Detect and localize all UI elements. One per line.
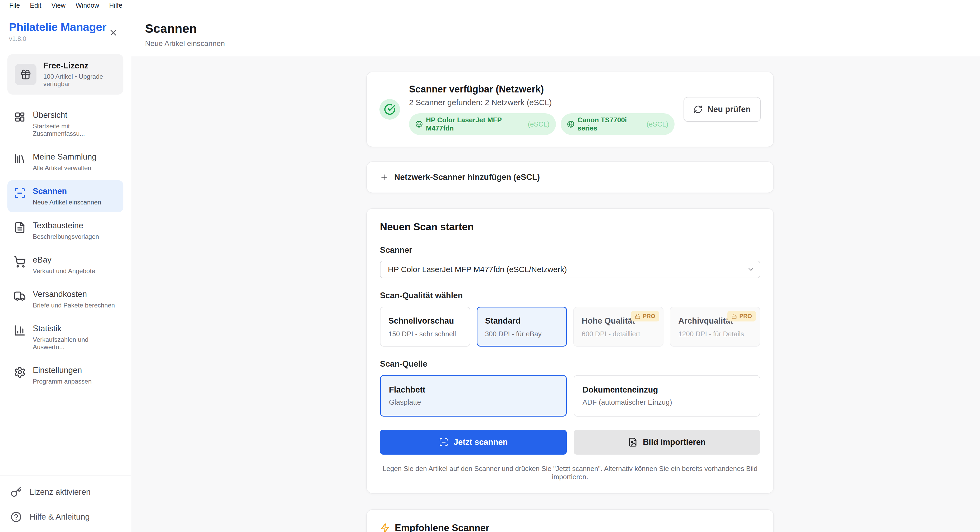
lock-icon: [731, 314, 737, 319]
close-sidebar-button[interactable]: [108, 27, 119, 38]
sidebar-item-label: Übersicht: [33, 110, 117, 120]
sidebar: Philatelie Manager v1.8.0 Free-Lizenz 10…: [0, 11, 131, 532]
library-icon: [14, 153, 26, 172]
page-subtitle: Neue Artikel einscannen: [145, 40, 966, 48]
license-card[interactable]: Free-Lizenz 100 Artikel • Upgrade verfüg…: [7, 54, 123, 95]
recheck-button[interactable]: Neu prüfen: [684, 97, 761, 122]
sidebar-item-label: Statistik: [33, 324, 117, 333]
quality-option-subtitle: 1200 DPI - für Details: [678, 330, 752, 338]
chevron-down-icon: [747, 265, 755, 273]
help-link[interactable]: Hilfe & Anleitung: [11, 511, 121, 522]
scanner-chip-hp: HP Color LaserJet MFP M477fdn (eSCL): [409, 113, 556, 135]
source-option-flachbett[interactable]: Flachbett Glasplatte: [380, 375, 567, 416]
source-option-subtitle: ADF (automatischer Einzug): [582, 399, 751, 407]
menu-window[interactable]: Window: [70, 2, 104, 9]
cart-icon: [14, 256, 26, 275]
scan-icon: [14, 187, 26, 206]
sidebar-item-label: Einstellungen: [33, 365, 92, 375]
sidebar-item-sublabel: Startseite mit Zusammenfassu...: [33, 122, 117, 137]
file-image-icon: [628, 437, 638, 447]
import-image-button[interactable]: Bild importieren: [574, 430, 760, 454]
key-icon: [11, 487, 22, 498]
quality-option-hohe-qualitaet[interactable]: PRO Hohe Qualität 600 DPI - detailliert: [573, 306, 664, 346]
scanner-select-value: HP Color LaserJet MFP M477fdn (eSCL/Netz…: [388, 265, 567, 274]
close-icon: [108, 28, 118, 38]
sidebar-item-label: Textbausteine: [33, 221, 99, 230]
quality-field-label: Scan-Qualität wählen: [380, 291, 760, 300]
globe-icon: [415, 121, 423, 128]
quality-option-title: Standard: [485, 316, 558, 326]
dashboard-icon: [14, 111, 26, 137]
globe-icon: [567, 121, 574, 128]
sidebar-item-textbausteine[interactable]: Textbausteine Beschreibungsvorlagen: [7, 214, 123, 247]
gear-icon: [14, 366, 26, 385]
sidebar-item-label: Meine Sammlung: [33, 152, 97, 162]
add-network-scanner-button[interactable]: Netzwerk-Scanner hinzufügen (eSCL): [366, 161, 774, 193]
sidebar-nav: Übersicht Startseite mit Zusammenfassu..…: [0, 103, 131, 394]
sidebar-item-sublabel: Verkaufszahlen und Auswertu...: [33, 336, 117, 351]
source-option-title: Flachbett: [389, 385, 558, 395]
sidebar-item-sublabel: Briefe und Pakete berechnen: [33, 302, 115, 309]
sidebar-item-einstellungen[interactable]: Einstellungen Programm anpassen: [7, 359, 123, 391]
sidebar-item-uebersicht[interactable]: Übersicht Startseite mit Zusammenfassu..…: [7, 104, 123, 144]
add-network-scanner-label: Netzwerk-Scanner hinzufügen (eSCL): [394, 173, 540, 182]
source-option-dokumenteneinzug[interactable]: Dokumenteneinzug ADF (automatischer Einz…: [574, 375, 760, 416]
pro-badge-label: PRO: [643, 313, 655, 320]
pro-badge: PRO: [631, 311, 660, 321]
scan-icon: [439, 437, 449, 447]
help-icon: [11, 511, 22, 522]
license-subtitle: 100 Artikel • Upgrade verfügbar: [43, 73, 116, 88]
scanner-chip-protocol: (eSCL): [528, 120, 549, 129]
quality-option-subtitle: 150 DPI - sehr schnell: [388, 330, 462, 338]
scanner-select[interactable]: HP Color LaserJet MFP M477fdn (eSCL/Netz…: [380, 261, 760, 278]
quality-option-subtitle: 300 DPI - für eBay: [485, 330, 558, 338]
sidebar-item-scannen[interactable]: Scannen Neue Artikel einscannen: [7, 180, 123, 212]
scanner-chip-name: Canon TS7700i series: [578, 116, 643, 132]
help-label: Hilfe & Anleitung: [30, 512, 89, 522]
sidebar-item-sublabel: Verkauf und Angebote: [33, 267, 95, 275]
quality-option-standard[interactable]: Standard 300 DPI - für eBay: [477, 306, 567, 346]
menu-edit[interactable]: Edit: [25, 2, 46, 9]
recommended-title: Empfohlene Scanner: [395, 522, 489, 532]
sidebar-item-sublabel: Alle Artikel verwalten: [33, 164, 97, 172]
recheck-button-label: Neu prüfen: [707, 105, 751, 114]
sidebar-item-statistik[interactable]: Statistik Verkaufszahlen und Auswertu...: [7, 318, 123, 357]
menu-view[interactable]: View: [46, 2, 70, 9]
pro-badge: PRO: [727, 311, 756, 321]
sidebar-item-label: Scannen: [33, 186, 101, 196]
truck-icon: [14, 290, 26, 309]
quality-option-archivqualitaet[interactable]: PRO Archivqualität 1200 DPI - für Detail…: [670, 306, 760, 346]
refresh-icon: [694, 105, 703, 114]
source-field-label: Scan-Quelle: [380, 359, 760, 369]
main-area: Scannen Neue Artikel einscannen Scanner …: [131, 11, 980, 532]
sidebar-item-label: eBay: [33, 255, 95, 265]
scanner-field-label: Scanner: [380, 245, 760, 255]
import-image-label: Bild importieren: [643, 437, 706, 447]
sidebar-item-ebay[interactable]: eBay Verkauf und Angebote: [7, 249, 123, 281]
status-title: Scanner verfügbar (Netzwerk): [409, 84, 675, 95]
activate-license-link[interactable]: Lizenz aktivieren: [11, 487, 121, 498]
page-title: Scannen: [145, 21, 966, 36]
sidebar-item-meine-sammlung[interactable]: Meine Sammlung Alle Artikel verwalten: [7, 146, 123, 178]
scanner-chip-name: HP Color LaserJet MFP M477fdn: [426, 116, 525, 132]
lock-icon: [635, 314, 641, 319]
license-title: Free-Lizenz: [43, 61, 116, 70]
sidebar-item-label: Versandkosten: [33, 289, 115, 299]
sidebar-item-versandkosten[interactable]: Versandkosten Briefe und Pakete berechne…: [7, 283, 123, 315]
app-title: Philatelie Manager: [9, 21, 121, 33]
page-content: Scanner verfügbar (Netzwerk) 2 Scanner g…: [131, 56, 980, 532]
pro-badge-label: PRO: [739, 313, 752, 320]
quality-option-title: Schnellvorschau: [388, 316, 462, 326]
sidebar-item-sublabel: Programm anpassen: [33, 378, 92, 385]
scanner-status-card: Scanner verfügbar (Netzwerk) 2 Scanner g…: [366, 71, 774, 147]
sidebar-item-sublabel: Beschreibungsvorlagen: [33, 233, 99, 240]
sidebar-item-sublabel: Neue Artikel einscannen: [33, 199, 101, 206]
quality-option-schnellvorschau[interactable]: Schnellvorschau 150 DPI - sehr schnell: [380, 306, 470, 346]
scan-now-label: Jetzt scannen: [454, 437, 508, 447]
menu-hilfe[interactable]: Hilfe: [104, 2, 127, 9]
menu-bar: File Edit View Window Hilfe: [0, 0, 980, 11]
status-subtitle: 2 Scanner gefunden: 2 Netzwerk (eSCL): [409, 98, 675, 107]
check-circle-icon: [379, 99, 400, 120]
menu-file[interactable]: File: [4, 2, 25, 9]
scan-now-button[interactable]: Jetzt scannen: [380, 430, 567, 454]
